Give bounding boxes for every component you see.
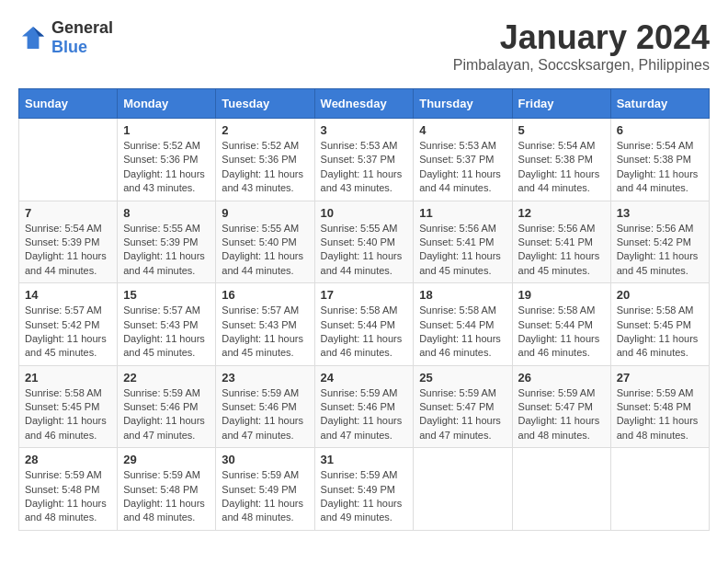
calendar-cell: 26Sunrise: 5:59 AMSunset: 5:47 PMDayligh… xyxy=(512,365,610,448)
day-info: Sunrise: 5:58 AMSunset: 5:45 PMDaylight:… xyxy=(25,386,111,443)
day-info: Sunrise: 5:57 AMSunset: 5:42 PMDaylight:… xyxy=(25,304,111,361)
calendar-cell: 25Sunrise: 5:59 AMSunset: 5:47 PMDayligh… xyxy=(414,365,512,448)
calendar-week-5: 28Sunrise: 5:59 AMSunset: 5:48 PMDayligh… xyxy=(19,448,710,531)
column-header-monday: Monday xyxy=(118,89,216,119)
column-header-saturday: Saturday xyxy=(610,89,709,119)
column-header-wednesday: Wednesday xyxy=(314,89,414,119)
calendar-cell: 12Sunrise: 5:56 AMSunset: 5:41 PMDayligh… xyxy=(512,201,610,283)
calendar-cell: 3Sunrise: 5:53 AMSunset: 5:37 PMDaylight… xyxy=(314,119,414,201)
day-number: 9 xyxy=(222,206,308,220)
logo-text: General Blue xyxy=(51,18,113,57)
day-number: 20 xyxy=(617,288,703,302)
calendar-week-2: 7Sunrise: 5:54 AMSunset: 5:39 PMDaylight… xyxy=(19,201,710,283)
location-title: Pimbalayan, Soccsksargen, Philippines xyxy=(453,57,710,74)
day-number: 7 xyxy=(25,206,111,220)
day-info: Sunrise: 5:57 AMSunset: 5:43 PMDaylight:… xyxy=(123,304,210,361)
day-number: 30 xyxy=(222,453,308,466)
calendar-cell: 20Sunrise: 5:58 AMSunset: 5:45 PMDayligh… xyxy=(610,283,709,366)
day-info: Sunrise: 5:59 AMSunset: 5:47 PMDaylight:… xyxy=(518,386,605,443)
calendar-cell: 6Sunrise: 5:54 AMSunset: 5:38 PMDaylight… xyxy=(610,119,709,201)
day-info: Sunrise: 5:59 AMSunset: 5:46 PMDaylight:… xyxy=(321,386,408,443)
day-number: 26 xyxy=(518,371,605,385)
day-number: 12 xyxy=(518,206,605,220)
day-info: Sunrise: 5:58 AMSunset: 5:44 PMDaylight:… xyxy=(419,304,506,361)
day-info: Sunrise: 5:54 AMSunset: 5:38 PMDaylight:… xyxy=(518,139,605,196)
day-number: 25 xyxy=(419,371,506,385)
calendar-cell: 2Sunrise: 5:52 AMSunset: 5:36 PMDaylight… xyxy=(216,119,314,201)
day-info: Sunrise: 5:54 AMSunset: 5:38 PMDaylight:… xyxy=(617,139,703,196)
day-number: 16 xyxy=(222,288,308,302)
day-number: 2 xyxy=(222,123,308,137)
day-info: Sunrise: 5:59 AMSunset: 5:46 PMDaylight:… xyxy=(222,386,308,443)
calendar-cell: 18Sunrise: 5:58 AMSunset: 5:44 PMDayligh… xyxy=(414,283,512,366)
calendar-week-4: 21Sunrise: 5:58 AMSunset: 5:45 PMDayligh… xyxy=(19,365,710,448)
day-number: 4 xyxy=(419,123,506,137)
day-info: Sunrise: 5:59 AMSunset: 5:48 PMDaylight:… xyxy=(617,386,703,443)
calendar-header-row: SundayMondayTuesdayWednesdayThursdayFrid… xyxy=(19,89,710,119)
calendar-cell: 5Sunrise: 5:54 AMSunset: 5:38 PMDaylight… xyxy=(512,119,610,201)
day-info: Sunrise: 5:52 AMSunset: 5:36 PMDaylight:… xyxy=(123,139,210,196)
day-info: Sunrise: 5:58 AMSunset: 5:44 PMDaylight:… xyxy=(518,304,605,361)
day-info: Sunrise: 5:58 AMSunset: 5:45 PMDaylight:… xyxy=(617,304,703,361)
day-number: 3 xyxy=(321,123,408,137)
day-info: Sunrise: 5:54 AMSunset: 5:39 PMDaylight:… xyxy=(25,222,111,279)
day-info: Sunrise: 5:59 AMSunset: 5:48 PMDaylight:… xyxy=(123,468,210,525)
calendar-cell: 29Sunrise: 5:59 AMSunset: 5:48 PMDayligh… xyxy=(118,448,216,531)
column-header-tuesday: Tuesday xyxy=(216,89,314,119)
day-number: 21 xyxy=(25,371,111,385)
day-info: Sunrise: 5:56 AMSunset: 5:42 PMDaylight:… xyxy=(617,222,703,279)
title-section: January 2024 Pimbalayan, Soccsksargen, P… xyxy=(453,18,710,74)
day-number: 10 xyxy=(321,206,408,220)
day-number: 13 xyxy=(617,206,703,220)
day-number: 19 xyxy=(518,288,605,302)
calendar-cell: 10Sunrise: 5:55 AMSunset: 5:40 PMDayligh… xyxy=(314,201,414,283)
calendar-cell: 27Sunrise: 5:59 AMSunset: 5:48 PMDayligh… xyxy=(610,365,709,448)
calendar: SundayMondayTuesdayWednesdayThursdayFrid… xyxy=(18,88,710,531)
day-number: 29 xyxy=(123,453,210,466)
day-info: Sunrise: 5:55 AMSunset: 5:39 PMDaylight:… xyxy=(123,222,210,279)
day-info: Sunrise: 5:52 AMSunset: 5:36 PMDaylight:… xyxy=(222,139,308,196)
calendar-cell xyxy=(512,448,610,531)
day-number: 5 xyxy=(518,123,605,137)
logo: General Blue xyxy=(18,18,113,57)
logo-blue: Blue xyxy=(51,38,87,56)
calendar-cell: 1Sunrise: 5:52 AMSunset: 5:36 PMDaylight… xyxy=(118,119,216,201)
day-info: Sunrise: 5:56 AMSunset: 5:41 PMDaylight:… xyxy=(419,222,506,279)
day-info: Sunrise: 5:53 AMSunset: 5:37 PMDaylight:… xyxy=(419,139,506,196)
day-number: 8 xyxy=(123,206,210,220)
calendar-cell: 28Sunrise: 5:59 AMSunset: 5:48 PMDayligh… xyxy=(19,448,118,531)
day-number: 18 xyxy=(419,288,506,302)
calendar-cell xyxy=(414,448,512,531)
calendar-cell xyxy=(610,448,709,531)
day-number: 24 xyxy=(321,371,408,385)
calendar-cell: 30Sunrise: 5:59 AMSunset: 5:49 PMDayligh… xyxy=(216,448,314,531)
calendar-cell: 15Sunrise: 5:57 AMSunset: 5:43 PMDayligh… xyxy=(118,283,216,366)
calendar-cell: 22Sunrise: 5:59 AMSunset: 5:46 PMDayligh… xyxy=(118,365,216,448)
calendar-week-1: 1Sunrise: 5:52 AMSunset: 5:36 PMDaylight… xyxy=(19,119,710,201)
calendar-week-3: 14Sunrise: 5:57 AMSunset: 5:42 PMDayligh… xyxy=(19,283,710,366)
calendar-cell: 8Sunrise: 5:55 AMSunset: 5:39 PMDaylight… xyxy=(118,201,216,283)
day-number: 31 xyxy=(321,453,408,466)
day-number: 28 xyxy=(25,453,111,466)
header: General Blue January 2024 Pimbalayan, So… xyxy=(18,18,710,74)
calendar-cell: 31Sunrise: 5:59 AMSunset: 5:49 PMDayligh… xyxy=(314,448,414,531)
calendar-cell: 24Sunrise: 5:59 AMSunset: 5:46 PMDayligh… xyxy=(314,365,414,448)
logo-general: General xyxy=(51,18,113,37)
calendar-cell: 7Sunrise: 5:54 AMSunset: 5:39 PMDaylight… xyxy=(19,201,118,283)
calendar-cell: 14Sunrise: 5:57 AMSunset: 5:42 PMDayligh… xyxy=(19,283,118,366)
day-info: Sunrise: 5:59 AMSunset: 5:49 PMDaylight:… xyxy=(321,468,408,525)
day-number: 15 xyxy=(123,288,210,302)
calendar-cell: 13Sunrise: 5:56 AMSunset: 5:42 PMDayligh… xyxy=(610,201,709,283)
day-number: 27 xyxy=(617,371,703,385)
column-header-friday: Friday xyxy=(512,89,610,119)
calendar-cell: 19Sunrise: 5:58 AMSunset: 5:44 PMDayligh… xyxy=(512,283,610,366)
day-info: Sunrise: 5:55 AMSunset: 5:40 PMDaylight:… xyxy=(222,222,308,279)
svg-marker-0 xyxy=(22,27,44,49)
calendar-cell xyxy=(19,119,118,201)
month-title: January 2024 xyxy=(453,18,710,57)
day-number: 22 xyxy=(123,371,210,385)
column-header-sunday: Sunday xyxy=(19,89,118,119)
day-number: 23 xyxy=(222,371,308,385)
day-info: Sunrise: 5:57 AMSunset: 5:43 PMDaylight:… xyxy=(222,304,308,361)
day-info: Sunrise: 5:59 AMSunset: 5:46 PMDaylight:… xyxy=(123,386,210,443)
